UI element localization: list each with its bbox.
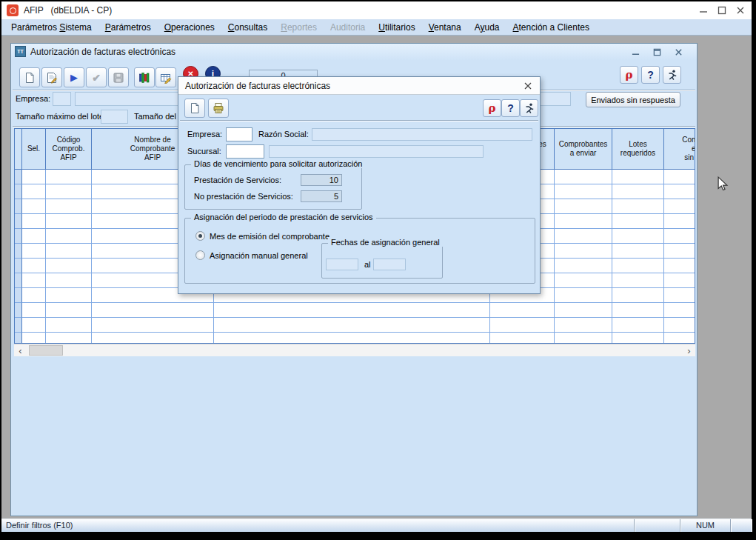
table-cell (664, 288, 695, 303)
fechas-group-title: Fechas de asignación general (328, 238, 443, 247)
table-cell (490, 303, 555, 318)
table-row[interactable] (15, 318, 695, 333)
table-cell (22, 184, 46, 199)
table-cell (214, 318, 490, 333)
num-lock-indicator: NUM (680, 519, 731, 532)
child-minimize-button[interactable] (629, 47, 642, 57)
table-cell (612, 333, 664, 344)
dialog-print-button[interactable] (208, 99, 229, 118)
table-cell (92, 318, 214, 333)
column-header-lotes[interactable]: Lotes requeridos (612, 129, 664, 169)
column-header-sel[interactable]: Sel. (22, 129, 46, 169)
dialog-new-button[interactable] (184, 99, 205, 118)
table-cell (22, 170, 46, 184)
dialog-sucursal-input[interactable] (226, 144, 264, 159)
table-cell (664, 303, 695, 318)
radio-asignacion-manual[interactable] (195, 250, 205, 260)
table-cell (664, 273, 695, 288)
table-cell (612, 244, 664, 259)
scrollbar-thumb[interactable] (29, 345, 63, 356)
menu-item-utilitarios[interactable]: Utilitarios (372, 20, 421, 35)
child-close-button[interactable] (672, 47, 685, 57)
menu-item-parametros-sistema[interactable]: Parámetros Sistema (4, 20, 98, 35)
column-header-enviados[interactable]: Comprobantes enviados sin respuesta (664, 129, 695, 169)
table-row[interactable] (15, 303, 695, 318)
form-properties-icon (46, 72, 58, 84)
table-cell (612, 303, 664, 318)
fecha-hasta-field (373, 259, 406, 270)
menu-item-reportes[interactable]: Reportes (274, 20, 324, 35)
table-cell (15, 170, 22, 184)
close-button[interactable] (732, 4, 749, 16)
filter-columns-button[interactable] (134, 67, 155, 87)
app-window: AFIP (dbELDIA - CP) Parámetros Sistema P… (1, 1, 752, 532)
table-cell (612, 229, 664, 244)
table-cell (15, 333, 22, 344)
properties-button[interactable] (41, 67, 62, 87)
child-restore-button[interactable] (650, 47, 663, 57)
dialog-rollback-button[interactable]: ρ (483, 99, 501, 117)
maximize-icon (717, 6, 726, 15)
app-icon (7, 4, 19, 16)
table-cell (92, 333, 214, 344)
colored-bars-icon (138, 72, 150, 84)
confirm-button[interactable]: ✔ (86, 67, 107, 87)
close-icon (523, 81, 532, 90)
running-person-icon (666, 69, 678, 81)
column-header[interactable] (15, 129, 22, 169)
table-cell (612, 184, 664, 199)
table-cell (555, 199, 612, 214)
maximize-button[interactable] (714, 4, 730, 16)
new-button[interactable] (19, 67, 40, 87)
exit-button[interactable] (663, 66, 681, 84)
minimize-button[interactable] (695, 4, 712, 16)
menu-item-operaciones[interactable]: Operaciones (158, 20, 221, 35)
scroll-right-button[interactable]: › (683, 344, 695, 356)
column-header-a-enviar[interactable]: Comprobantes a enviar (555, 129, 612, 169)
title-bar: AFIP (dbELDIA - CP) (1, 1, 752, 19)
play-icon: ▶ (70, 73, 78, 82)
table-cell (22, 288, 46, 303)
menu-item-auditoria[interactable]: Auditoria (324, 20, 372, 35)
fechas-groupbox: Fechas de asignación general al (321, 243, 443, 279)
rollback-button[interactable]: ρ (620, 66, 638, 84)
status-panel-empty (635, 519, 680, 532)
menu-item-ayuda[interactable]: Ayuda (468, 20, 506, 35)
dialog-exit-button[interactable] (520, 99, 538, 117)
scroll-left-button[interactable]: ‹ (14, 344, 27, 356)
table-cell (46, 244, 92, 259)
table-cell (612, 288, 664, 303)
edit-grid-button[interactable] (155, 67, 176, 87)
minimize-icon (699, 6, 708, 15)
table-cell (612, 214, 664, 229)
dialog-help-button[interactable]: ? (501, 99, 520, 117)
menu-item-parametros[interactable]: Parámetros (98, 20, 158, 35)
minimize-icon (632, 48, 640, 56)
table-cell (555, 214, 612, 229)
table-cell (46, 184, 92, 199)
help-button[interactable]: ? (641, 66, 660, 84)
lote-max-field (101, 110, 128, 124)
menu-item-consultas[interactable]: Consultas (221, 20, 274, 35)
dialog-razon-social-label: Razón Social: (258, 130, 309, 139)
horizontal-scrollbar[interactable]: ‹ › (14, 344, 695, 356)
dialog-title-bar: Autorización de facturas electrónicas (178, 77, 540, 95)
asignacion-group-title: Asignación del periodo de prestación de … (191, 213, 376, 221)
run-button[interactable]: ▶ (64, 67, 84, 87)
table-cell (15, 184, 22, 199)
dialog-close-button[interactable] (522, 81, 534, 91)
table-cell (22, 273, 46, 288)
menu-item-atencion-clientes[interactable]: Atención a Clientes (506, 20, 596, 35)
al-label: al (364, 260, 371, 269)
table-cell (664, 214, 695, 229)
enviados-sin-respuesta-button[interactable]: Enviados sin respuesta (586, 92, 680, 107)
save-button[interactable] (108, 67, 129, 87)
menu-item-ventana[interactable]: Ventana (422, 20, 468, 35)
column-header-codigo[interactable]: Código Comprob. AFIP (46, 129, 92, 169)
dialog-razon-social-field (312, 128, 532, 141)
dialog-empresa-input[interactable] (226, 127, 252, 141)
table-cell (22, 199, 46, 214)
table-row[interactable] (15, 333, 695, 344)
radio-mes-emision[interactable] (195, 231, 205, 241)
table-cell (15, 288, 22, 303)
